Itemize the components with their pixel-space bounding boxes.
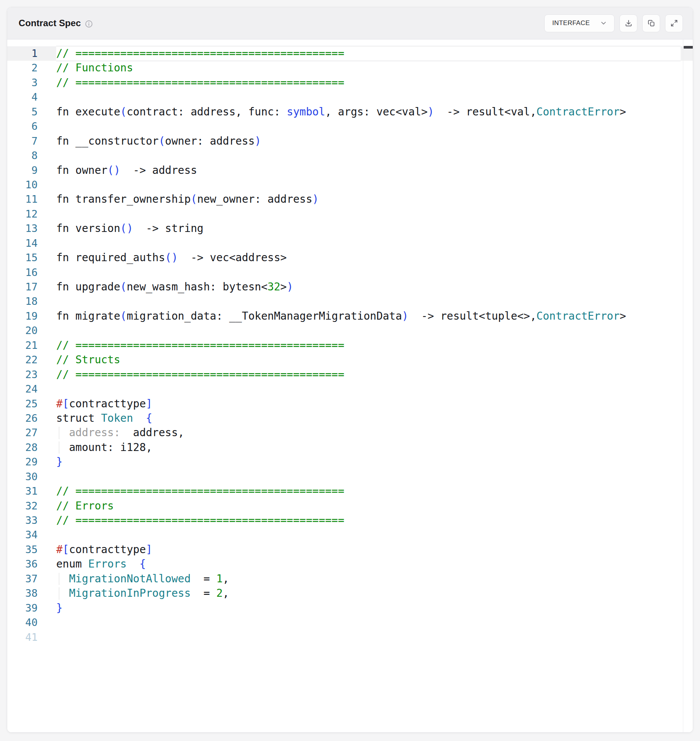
- code-line: 25#[contracttype]: [7, 397, 693, 411]
- code-text: }: [38, 602, 63, 614]
- code-text: [38, 631, 56, 643]
- line-number: 32: [7, 499, 38, 513]
- code-text: // =====================================…: [38, 514, 344, 527]
- code-text: fn required_auths() -> vec<address>: [38, 251, 287, 264]
- line-number: 2: [7, 61, 38, 75]
- line-number: 31: [7, 484, 38, 498]
- line-number: 13: [7, 221, 38, 236]
- code-text: [38, 528, 56, 541]
- line-number: 16: [7, 265, 38, 280]
- code-line: 22// Structs: [7, 353, 693, 367]
- code-text: // =====================================…: [38, 339, 344, 352]
- line-number: 26: [7, 411, 38, 426]
- code-line: 30: [7, 470, 693, 484]
- code-line: 7fn __constructor(owner: address): [7, 134, 693, 148]
- code-line: 31// ===================================…: [7, 484, 693, 498]
- line-number: 24: [7, 382, 38, 396]
- code-line: 38 MigrationInProgress = 2,: [7, 586, 693, 601]
- code-text: fn migrate(migration_data: __TokenManage…: [38, 310, 626, 322]
- code-line: 17fn upgrade(new_wasm_hash: bytesn<32>): [7, 280, 693, 294]
- line-number: 21: [7, 338, 38, 353]
- line-number: 19: [7, 309, 38, 323]
- line-number: 10: [7, 178, 38, 192]
- code-line: 40: [7, 615, 693, 630]
- code-text: }: [38, 456, 63, 468]
- code-line: 14: [7, 236, 693, 251]
- line-number: 17: [7, 280, 38, 294]
- code-text: [38, 324, 56, 337]
- code-line: 4: [7, 90, 693, 104]
- code-text: [38, 208, 56, 220]
- code-text: fn version() -> string: [38, 222, 204, 235]
- code-line: 12: [7, 207, 693, 221]
- line-number: 35: [7, 542, 38, 557]
- code-text: [38, 295, 56, 307]
- code-line: 32// Errors: [7, 499, 693, 513]
- code-line: 36enum Errors {: [7, 557, 693, 571]
- code-line: 2// Functions: [7, 61, 693, 75]
- format-select[interactable]: INTERFACE: [544, 14, 615, 32]
- line-number: 28: [7, 440, 38, 455]
- code-line: 34: [7, 528, 693, 542]
- code-viewer[interactable]: 1// ====================================…: [7, 39, 693, 732]
- line-number: 9: [7, 163, 38, 178]
- code-line: 16: [7, 265, 693, 280]
- line-number: 1: [7, 46, 38, 61]
- code-text: #[contracttype]: [38, 543, 152, 556]
- line-number: 41: [7, 630, 38, 645]
- line-number: 18: [7, 294, 38, 309]
- code-line: 15fn required_auths() -> vec<address>: [7, 251, 693, 265]
- download-icon: [624, 19, 633, 27]
- code-line: 37 MigrationNotAllowed = 1,: [7, 572, 693, 586]
- code-text: [38, 149, 56, 162]
- code-text: [38, 120, 56, 132]
- copy-button[interactable]: [642, 14, 660, 32]
- scrollbar-thumb[interactable]: [684, 46, 693, 49]
- page-title: Contract Spec: [19, 18, 81, 28]
- code-line: 1// ====================================…: [7, 46, 693, 61]
- code-line: 26struct Token {: [7, 411, 693, 426]
- code-line: 33// ===================================…: [7, 513, 693, 528]
- line-number: 6: [7, 119, 38, 134]
- line-number: 38: [7, 586, 38, 601]
- code-text: // Structs: [38, 353, 120, 366]
- line-number: 23: [7, 367, 38, 382]
- line-number: 7: [7, 134, 38, 148]
- code-line: 9fn owner() -> address: [7, 163, 693, 178]
- code-line: 13fn version() -> string: [7, 221, 693, 236]
- code-text: fn owner() -> address: [38, 164, 197, 177]
- code-line: 11fn transfer_ownership(new_owner: addre…: [7, 192, 693, 207]
- code-text: // =====================================…: [38, 76, 344, 89]
- code-text: [38, 470, 56, 483]
- code-text: address: address,: [38, 426, 184, 439]
- code-text: amount: i128,: [38, 441, 152, 454]
- line-number: 40: [7, 615, 38, 630]
- code-line: 3// ====================================…: [7, 76, 693, 90]
- code-text: [38, 237, 56, 249]
- expand-button[interactable]: [665, 14, 683, 32]
- line-number: 14: [7, 236, 38, 251]
- line-number: 36: [7, 557, 38, 571]
- download-button[interactable]: [619, 14, 637, 32]
- code-line: 27 address: address,: [7, 426, 693, 440]
- line-number: 34: [7, 528, 38, 542]
- code-text: MigrationNotAllowed = 1,: [38, 572, 229, 585]
- contract-spec-card: Contract Spec INTERFACE: [7, 7, 693, 733]
- code-text: // =====================================…: [38, 47, 344, 60]
- line-number: 11: [7, 192, 38, 207]
- line-number: 39: [7, 601, 38, 615]
- code-line: 10: [7, 178, 693, 192]
- code-text: fn execute(contract: address, func: symb…: [38, 106, 626, 118]
- info-icon[interactable]: [85, 20, 93, 28]
- code-line: 5fn execute(contract: address, func: sym…: [7, 105, 693, 119]
- line-number: 4: [7, 90, 38, 104]
- line-number: 37: [7, 572, 38, 586]
- code-text: // =====================================…: [38, 485, 344, 497]
- code-text: [38, 91, 56, 103]
- code-text: fn __constructor(owner: address): [38, 135, 261, 147]
- line-number: 29: [7, 455, 38, 469]
- code-text: [38, 266, 56, 279]
- code-text: enum Errors {: [38, 558, 146, 570]
- code-line: 41: [7, 630, 693, 645]
- line-number: 27: [7, 426, 38, 440]
